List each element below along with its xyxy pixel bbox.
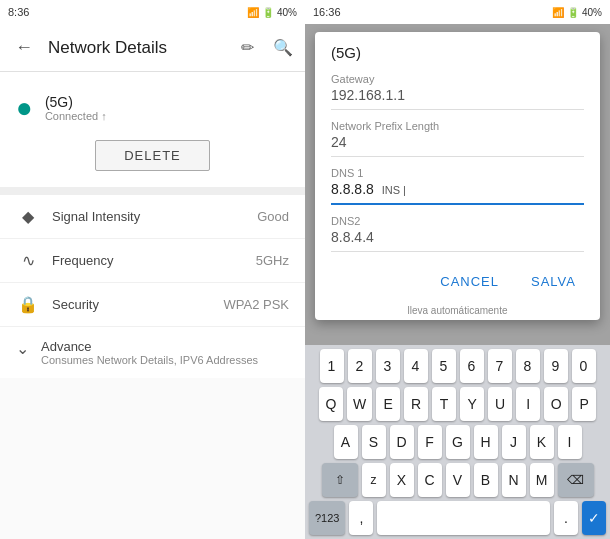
frequency-label: Frequency xyxy=(52,253,244,268)
key-x[interactable]: X xyxy=(390,463,414,497)
dialog-hint: lleva automáticamente xyxy=(331,301,584,320)
key-0[interactable]: 0 xyxy=(572,349,596,383)
dns2-value[interactable]: 8.8.4.4 xyxy=(331,229,584,252)
right-panel: 16:36 📶 🔋 40% (5G) Gateway 192.168.1.1 N… xyxy=(305,0,610,539)
network-details: (5G) Connected ↑ xyxy=(45,94,107,122)
advance-row[interactable]: ⌄ Advance Consumes Network Details, IPV6… xyxy=(0,327,305,378)
spacebar[interactable] xyxy=(377,501,550,535)
keyboard-row-numbers: 1 2 3 4 5 6 7 8 9 0 xyxy=(307,349,608,383)
right-battery-percent: 40% xyxy=(582,7,602,18)
left-panel: 8:36 📶 🔋 40% ← Network Details ✏ 🔍 ● (5G… xyxy=(0,0,305,539)
period-key[interactable]: . xyxy=(554,501,578,535)
delete-key[interactable]: ⌫ xyxy=(558,463,594,497)
battery-percent: 40% xyxy=(277,7,297,18)
toolbar-actions: ✏ 🔍 xyxy=(233,34,297,62)
key-d[interactable]: D xyxy=(390,425,414,459)
right-time: 16:36 xyxy=(313,6,341,18)
keyboard-row-a: A S D F G H J K I xyxy=(307,425,608,459)
signal-row: ◆ Signal Intensity Good xyxy=(0,195,305,239)
key-u[interactable]: U xyxy=(488,387,512,421)
divider xyxy=(0,187,305,195)
save-button[interactable]: SALVA xyxy=(523,270,584,293)
edit-icon[interactable]: ✏ xyxy=(233,34,261,62)
done-key[interactable]: ✓ xyxy=(582,501,606,535)
dialog-actions: CANCEL SALVA xyxy=(331,262,584,301)
page-title: Network Details xyxy=(48,38,225,58)
prefix-value[interactable]: 24 xyxy=(331,134,584,157)
dialog-title: (5G) xyxy=(331,44,584,61)
comma-key[interactable]: , xyxy=(349,501,373,535)
right-signal-icon: 📶 xyxy=(552,7,564,18)
key-7[interactable]: 7 xyxy=(488,349,512,383)
key-b[interactable]: B xyxy=(474,463,498,497)
key-k[interactable]: K xyxy=(530,425,554,459)
key-5[interactable]: 5 xyxy=(432,349,456,383)
delete-button[interactable]: DELETE xyxy=(95,140,210,171)
key-j[interactable]: J xyxy=(502,425,526,459)
dialog-area: (5G) Gateway 192.168.1.1 Network Prefix … xyxy=(305,24,610,345)
key-2[interactable]: 2 xyxy=(348,349,372,383)
key-o[interactable]: O xyxy=(544,387,568,421)
key-p[interactable]: P xyxy=(572,387,596,421)
frequency-row: ∿ Frequency 5GHz xyxy=(0,239,305,283)
symbols-key[interactable]: ?123 xyxy=(309,501,345,535)
shift-key[interactable]: ⇧ xyxy=(322,463,358,497)
key-q[interactable]: Q xyxy=(319,387,343,421)
key-m[interactable]: M xyxy=(530,463,554,497)
advance-subtitle: Consumes Network Details, IPV6 Addresses xyxy=(41,354,258,366)
network-status: Connected ↑ xyxy=(45,110,107,122)
key-n[interactable]: N xyxy=(502,463,526,497)
key-8[interactable]: 8 xyxy=(516,349,540,383)
keyboard: 1 2 3 4 5 6 7 8 9 0 Q W E R T Y U I O P … xyxy=(305,345,610,539)
signal-value: Good xyxy=(257,209,289,224)
frequency-icon: ∿ xyxy=(16,251,40,270)
key-i[interactable]: I xyxy=(516,387,540,421)
left-time: 8:36 xyxy=(8,6,29,18)
keyboard-row-q: Q W E R T Y U I O P xyxy=(307,387,608,421)
cancel-button[interactable]: CANCEL xyxy=(432,270,507,293)
search-icon[interactable]: 🔍 xyxy=(269,34,297,62)
right-battery-icon: 🔋 xyxy=(567,7,579,18)
advance-title: Advance xyxy=(41,339,258,354)
key-4[interactable]: 4 xyxy=(404,349,428,383)
keyboard-bottom-row: ?123 , . ✓ xyxy=(307,501,608,535)
back-button[interactable]: ← xyxy=(8,32,40,64)
key-6[interactable]: 6 xyxy=(460,349,484,383)
key-g[interactable]: G xyxy=(446,425,470,459)
key-h[interactable]: H xyxy=(474,425,498,459)
security-label: Security xyxy=(52,297,211,312)
key-w[interactable]: W xyxy=(347,387,372,421)
gateway-value[interactable]: 192.168.1.1 xyxy=(331,87,584,110)
key-1[interactable]: 1 xyxy=(320,349,344,383)
key-f[interactable]: F xyxy=(418,425,442,459)
key-c[interactable]: C xyxy=(418,463,442,497)
keyboard-row-z: ⇧ z X C V B N M ⌫ xyxy=(307,463,608,497)
key-s[interactable]: S xyxy=(362,425,386,459)
left-toolbar: ← Network Details ✏ 🔍 xyxy=(0,24,305,72)
signal-row-icon: ◆ xyxy=(16,207,40,226)
lock-icon: 🔒 xyxy=(16,295,40,314)
left-status-icons: 📶 🔋 40% xyxy=(247,7,297,18)
signal-label: Signal Intensity xyxy=(52,209,245,224)
ins-indicator: INS | xyxy=(382,184,406,196)
key-a[interactable]: A xyxy=(334,425,358,459)
key-e[interactable]: E xyxy=(376,387,400,421)
dns1-value[interactable]: 8.8.8.8 INS | xyxy=(331,181,584,205)
gateway-label: Gateway xyxy=(331,73,584,85)
left-status-bar: 8:36 📶 🔋 40% xyxy=(0,0,305,24)
key-z[interactable]: z xyxy=(362,463,386,497)
dns2-label: DNS2 xyxy=(331,215,584,227)
delete-button-wrap: DELETE xyxy=(0,136,305,187)
key-v[interactable]: V xyxy=(446,463,470,497)
key-r[interactable]: R xyxy=(404,387,428,421)
key-3[interactable]: 3 xyxy=(376,349,400,383)
key-t[interactable]: T xyxy=(432,387,456,421)
key-l[interactable]: I xyxy=(558,425,582,459)
prefix-label: Network Prefix Length xyxy=(331,120,584,132)
key-9[interactable]: 9 xyxy=(544,349,568,383)
security-value: WPA2 PSK xyxy=(223,297,289,312)
security-row: 🔒 Security WPA2 PSK xyxy=(0,283,305,327)
dns1-label: DNS 1 xyxy=(331,167,584,179)
key-y[interactable]: Y xyxy=(460,387,484,421)
network-info: ● (5G) Connected ↑ xyxy=(0,72,305,136)
